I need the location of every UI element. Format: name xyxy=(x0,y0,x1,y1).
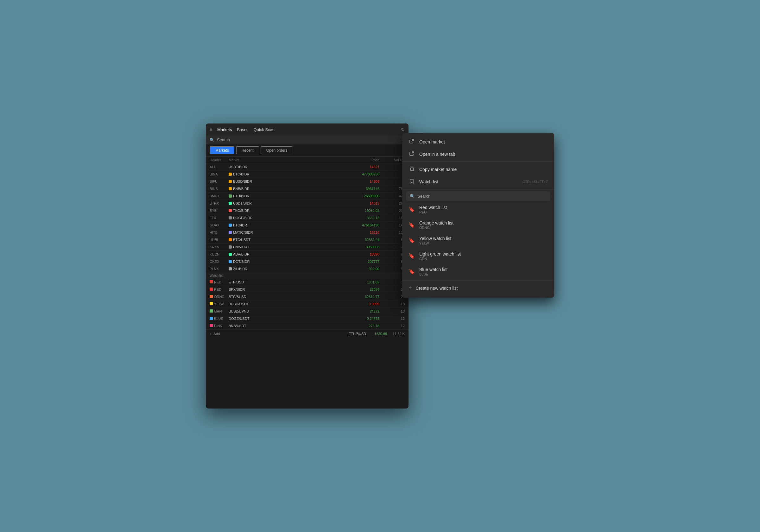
table-row[interactable]: BMEX ETH/BIDR 26600000 476 xyxy=(206,193,408,200)
wl-code-red: RED xyxy=(419,210,447,214)
row-market: BTC/BIDR xyxy=(229,172,260,176)
table-row[interactable]: GDAX BTC/IDRT 476164190 147 xyxy=(206,222,408,229)
ctx-divider-1 xyxy=(402,162,554,162)
top-bar: ≡ Markets Bases Quick Scan ↻ xyxy=(206,123,408,135)
table-row[interactable]: ORNG BTC/BUSD 32860.77 24 xyxy=(206,293,408,301)
table-row[interactable]: KRKN BNB/IDRT 3950003 73 xyxy=(206,244,408,251)
table-row[interactable]: BIFU BUSD/BIDR 14506 1 xyxy=(206,178,408,185)
bookmark-icon xyxy=(408,178,415,185)
col-market: Market xyxy=(229,158,260,162)
search-bar: 🔍 Search ⊞ xyxy=(206,135,408,144)
ctx-open-market[interactable]: Open market xyxy=(402,135,554,148)
ctx-copy-market[interactable]: Copy market name xyxy=(402,163,554,175)
tab-markets[interactable]: Markets xyxy=(210,146,235,155)
table-row[interactable]: BYBI TKO/BIDR 19080.02 213 xyxy=(206,207,408,215)
wl-bookmark-yellow: 🔖 xyxy=(408,237,415,244)
table-row[interactable]: BIUS BNB/BIDR 3967145 762 xyxy=(206,185,408,193)
nav-bases[interactable]: Bases xyxy=(237,127,248,133)
wl-bookmark-blue: 🔖 xyxy=(408,268,415,274)
search-input[interactable]: Search xyxy=(217,137,399,142)
wl-item-yellow[interactable]: 🔖 Yellow watch list YELW xyxy=(402,233,554,248)
wl-bookmark-orange: 🔖 xyxy=(408,222,415,228)
wl-info-orange: Orange watch list ORNG xyxy=(419,220,453,229)
row-vol: 1 xyxy=(379,172,405,176)
row-market-all: USDT/BIDR xyxy=(229,165,260,169)
wl-info-green: Light green watch list GRN xyxy=(419,251,461,261)
wl-code-blue: BLUE xyxy=(419,272,448,276)
new-tab-icon xyxy=(408,151,415,157)
table-row[interactable]: GRN BUSD/BVND 24272 13 xyxy=(206,308,408,315)
table-row[interactable]: RED SPX/BIDR 26036 24 xyxy=(206,286,408,293)
ctx-search-input[interactable]: Search xyxy=(417,194,430,199)
add-price: 1830.96 xyxy=(374,332,387,336)
add-vol: 11.52 K xyxy=(393,332,405,336)
row-price-all: 14521 xyxy=(260,165,379,169)
wl-item-blue[interactable]: 🔖 Blue watch list BLUE xyxy=(402,264,554,279)
table-row[interactable]: YELW BUSD/USDT 0.9999 19 xyxy=(206,301,408,308)
table-row[interactable]: OKEX DOT/BIDR 207777 59 xyxy=(206,258,408,266)
wl-name-red: Red watch list xyxy=(419,205,447,210)
wl-info-blue: Blue watch list BLUE xyxy=(419,267,448,276)
wl-info-red: Red watch list RED xyxy=(419,205,447,214)
col-price: Price xyxy=(260,158,379,162)
wl-item-green[interactable]: 🔖 Light green watch list GRN xyxy=(402,248,554,264)
wl-item-orange[interactable]: 🔖 Orange watch list ORNG xyxy=(402,217,554,233)
row-header: BINA xyxy=(210,172,229,176)
table-row[interactable]: HITB MATIC/BIDR 15216 134 xyxy=(206,229,408,236)
row-price: 477036258 xyxy=(260,172,379,176)
top-nav: Markets Bases Quick Scan xyxy=(217,127,274,133)
main-panel: ≡ Markets Bases Quick Scan ↻ 🔍 Search ⊞ … xyxy=(206,123,408,409)
wl-name-green: Light green watch list xyxy=(419,251,461,257)
ctx-open-new-tab[interactable]: Open in a new tab xyxy=(402,148,554,160)
table-row[interactable]: ALL USDT/BIDR 14521 1 xyxy=(206,164,408,171)
tab-recent[interactable]: Recent xyxy=(236,146,260,155)
wl-name-yellow: Yellow watch list xyxy=(419,236,451,241)
ctx-search-box[interactable]: 🔍 Search xyxy=(406,191,550,201)
svg-rect-0 xyxy=(411,168,413,171)
table-row[interactable]: BLUE DOGE/USDT 0.24375 12 xyxy=(206,315,408,322)
col-vol: Vol US xyxy=(379,158,405,162)
ctx-open-new-tab-label: Open in a new tab xyxy=(419,152,455,157)
wl-item-red[interactable]: 🔖 Red watch list RED xyxy=(402,202,554,217)
table-row[interactable]: HUBI BTC/USDT 32859.24 88 xyxy=(206,236,408,244)
table-row[interactable]: RED ETH/USDT 1831.02 33 xyxy=(206,279,408,286)
row-header-all: ALL xyxy=(210,165,229,169)
menu-icon[interactable]: ≡ xyxy=(210,127,212,132)
wl-name-blue: Blue watch list xyxy=(419,267,448,272)
refresh-icon[interactable]: ↻ xyxy=(401,127,405,132)
table-row[interactable]: PINK BNB/USDT 273.18 12 xyxy=(206,322,408,330)
ctx-watchlist-label: Watch list xyxy=(419,179,438,184)
search-icon: 🔍 xyxy=(210,138,214,142)
ctx-divider-2 xyxy=(402,189,554,189)
watchlist-section-label: Watch list xyxy=(206,273,408,279)
wl-bookmark-green: 🔖 xyxy=(408,253,415,259)
wl-bookmark-red: 🔖 xyxy=(408,207,415,213)
watchlist-scroll-area[interactable]: 🔖 Red watch list RED 🔖 Orange watch list… xyxy=(402,202,554,279)
ctx-watchlist[interactable]: Watch list CTRL+SHIFT+F xyxy=(402,175,554,188)
tabs-row: Markets Recent Open orders xyxy=(206,144,408,157)
ctx-watchlist-shortcut: CTRL+SHIFT+F xyxy=(522,180,548,184)
context-menu: Open market Open in a new tab Copy marke… xyxy=(402,133,554,298)
table-row[interactable]: PLNX ZIL/BIDR 992.00 55 xyxy=(206,266,408,273)
ctx-create-watchlist[interactable]: + Create new watch list xyxy=(402,281,554,295)
add-plus-icon: + xyxy=(210,332,212,336)
ctx-search-icon: 🔍 xyxy=(410,194,415,199)
row-vol-all: 1 xyxy=(379,165,405,169)
ctx-create-label: Create new watch list xyxy=(416,286,458,291)
add-label: Add xyxy=(214,332,220,336)
wl-code-orange: ORNG xyxy=(419,226,453,229)
table-header: Header Market Price Vol US xyxy=(206,157,408,164)
table-row[interactable]: BTRX USDT/BIDR 14515 262 xyxy=(206,200,408,207)
nav-markets[interactable]: Markets xyxy=(217,127,232,133)
table-row[interactable]: KUCN ADA/BIDR 18390 60 xyxy=(206,251,408,258)
nav-quickscan[interactable]: Quick Scan xyxy=(254,127,274,133)
wl-code-yellow: YELW xyxy=(419,241,451,245)
ctx-open-market-label: Open market xyxy=(419,139,445,144)
add-market: ETH/BUSD xyxy=(349,332,366,336)
create-plus-icon: + xyxy=(408,285,412,291)
add-row[interactable]: + Add ETH/BUSD 1830.96 11.52 K xyxy=(206,330,408,338)
table-row[interactable]: FTX DOGE/BIDR 3550.13 164 xyxy=(206,215,408,222)
table-row[interactable]: BINA BTC/BIDR 477036258 1 xyxy=(206,171,408,178)
wl-name-orange: Orange watch list xyxy=(419,220,453,225)
tab-open-orders[interactable]: Open orders xyxy=(261,146,293,155)
